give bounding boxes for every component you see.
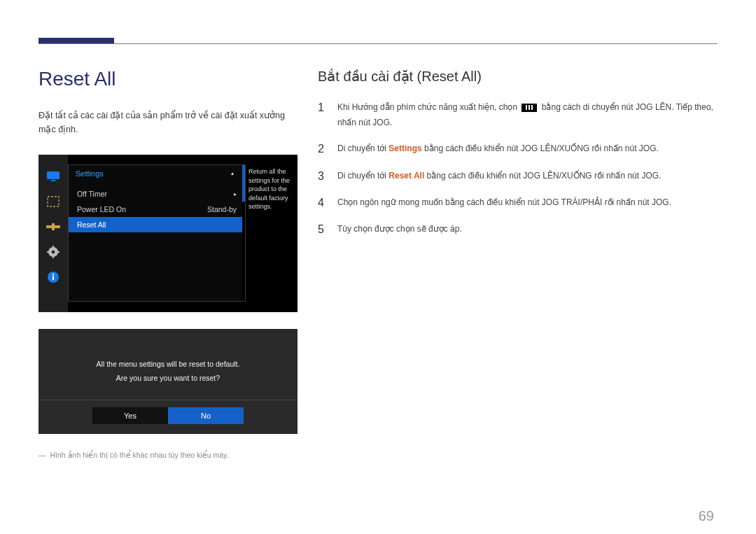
step-1: 1 Khi Hướng dẫn phím chức năng xuất hiện… bbox=[318, 100, 717, 130]
footnote-text: Hình ảnh hiển thị có thể khác nhau tùy t… bbox=[50, 451, 229, 459]
chevron-up-icon: ▴ bbox=[231, 170, 234, 176]
osd-header-label: Settings bbox=[76, 169, 104, 178]
svg-rect-4 bbox=[52, 223, 55, 230]
osd-scroll-thumb[interactable] bbox=[242, 165, 245, 202]
step-number: 1 bbox=[318, 100, 328, 115]
osd-row-reset-all[interactable]: Reset All bbox=[69, 217, 245, 232]
step-3-highlight: Reset All bbox=[388, 171, 424, 181]
osd-menu-list: Off Timer ▸ Power LED On Stand-by Reset … bbox=[69, 186, 245, 232]
osd-confirm-dialog: All the menu settings will be reset to d… bbox=[38, 329, 298, 434]
subsection-title: Bắt đầu cài đặt (Reset All) bbox=[318, 68, 717, 85]
svg-rect-0 bbox=[47, 171, 59, 179]
confirm-divider bbox=[38, 400, 298, 400]
step-number: 4 bbox=[318, 195, 328, 211]
osd-panel-header: Settings ▴ bbox=[69, 165, 245, 182]
steps-list: 1 Khi Hướng dẫn phím chức năng xuất hiện… bbox=[318, 100, 717, 238]
osd-row-power-led[interactable]: Power LED On Stand-by bbox=[69, 202, 245, 217]
step-5: 5 Tùy chọn được chọn sẽ được áp. bbox=[318, 222, 717, 237]
svg-rect-1 bbox=[51, 180, 55, 181]
step-2-text-b: bằng cách điều khiển nút JOG LÊN/XUỐNG r… bbox=[422, 143, 659, 153]
svg-point-6 bbox=[52, 251, 55, 254]
osd-scrollbar[interactable] bbox=[242, 165, 245, 301]
confirm-line-1: All the menu settings will be reset to d… bbox=[97, 358, 240, 372]
right-column: Bắt đầu cài đặt (Reset All) 1 Khi Hướng … bbox=[318, 68, 717, 238]
svg-rect-8 bbox=[52, 256, 54, 258]
confirm-button-row: Yes No bbox=[92, 407, 244, 424]
svg-rect-10 bbox=[57, 251, 59, 253]
osd-row-value: Stand-by bbox=[207, 205, 237, 213]
step-number: 2 bbox=[318, 141, 328, 157]
svg-rect-2 bbox=[48, 197, 59, 206]
step-2: 2 Di chuyển tới Settings bằng cách điều … bbox=[318, 141, 717, 157]
osd-main-panel: Settings ▴ Off Timer ▸ Power LED On Stan… bbox=[68, 164, 246, 302]
header-rule bbox=[38, 43, 718, 44]
osd-screenshot-settings: Settings ▴ Off Timer ▸ Power LED On Stan… bbox=[38, 155, 298, 312]
footnote-dash: ― bbox=[38, 451, 46, 459]
step-number: 3 bbox=[318, 169, 328, 184]
step-1-text-a: Khi Hướng dẫn phím chức năng xuất hiện, … bbox=[337, 102, 519, 112]
step-text: Tùy chọn được chọn sẽ được áp. bbox=[337, 222, 717, 237]
step-3: 3 Di chuyển tới Reset All bằng cách điều… bbox=[318, 169, 717, 184]
step-2-text-a: Di chuyển tới bbox=[337, 143, 388, 153]
step-4: 4 Chọn ngôn ngữ mong muốn bằng cách điều… bbox=[318, 195, 717, 211]
step-number: 5 bbox=[318, 222, 328, 237]
step-2-highlight: Settings bbox=[388, 143, 421, 153]
svg-rect-12 bbox=[52, 276, 54, 280]
confirm-no-button[interactable]: No bbox=[168, 407, 244, 424]
gear-icon bbox=[46, 246, 61, 258]
page-number: 69 bbox=[699, 508, 714, 524]
step-text: Di chuyển tới Settings bằng cách điều kh… bbox=[337, 141, 717, 157]
osd-row-label: Reset All bbox=[77, 220, 106, 229]
slider-icon bbox=[46, 220, 61, 233]
osd-row-label: Power LED On bbox=[77, 205, 126, 213]
step-3-text-b: bằng cách điều khiển nút JOG LÊN/XUỐNG r… bbox=[424, 171, 661, 181]
confirm-yes-button[interactable]: Yes bbox=[92, 407, 168, 424]
menu-inline-icon bbox=[522, 104, 537, 112]
osd-help-text: Return all the settings for the product … bbox=[247, 164, 293, 214]
section-subtitle: Đặt tất cả các cài đặt của sản phẩm trở … bbox=[38, 108, 304, 136]
svg-rect-9 bbox=[47, 251, 49, 253]
svg-rect-13 bbox=[52, 274, 54, 275]
confirm-line-2: Are you sure you want to reset? bbox=[97, 372, 240, 386]
section-title: Reset All bbox=[38, 68, 304, 90]
square-icon bbox=[46, 195, 61, 208]
chevron-right-icon: ▸ bbox=[234, 191, 237, 197]
osd-row-label: Off Timer bbox=[77, 190, 107, 198]
step-3-text-a: Di chuyển tới bbox=[337, 171, 388, 181]
svg-rect-7 bbox=[52, 246, 54, 248]
footnote: ―Hình ảnh hiển thị có thể khác nhau tùy … bbox=[38, 451, 304, 459]
step-text: Di chuyển tới Reset All bằng cách điều k… bbox=[337, 169, 717, 184]
step-text: Chọn ngôn ngữ mong muốn bằng cách điều k… bbox=[337, 195, 717, 211]
confirm-message: All the menu settings will be reset to d… bbox=[97, 358, 240, 386]
left-column: Reset All Đặt tất cả các cài đặt của sản… bbox=[38, 68, 304, 459]
info-icon bbox=[46, 271, 61, 283]
osd-row-off-timer[interactable]: Off Timer ▸ bbox=[69, 186, 245, 202]
step-text: Khi Hướng dẫn phím chức năng xuất hiện, … bbox=[337, 100, 717, 130]
osd-sidebar bbox=[38, 155, 68, 312]
monitor-icon bbox=[46, 170, 61, 183]
